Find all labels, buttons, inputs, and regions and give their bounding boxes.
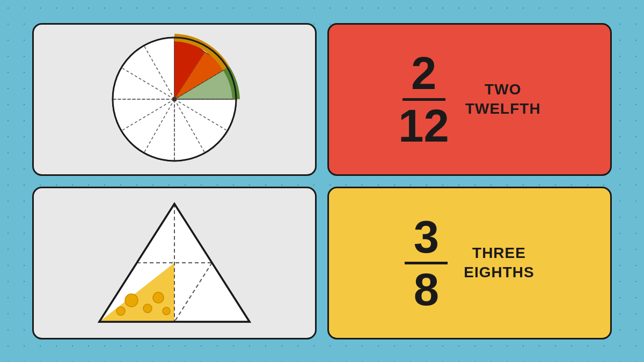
fraction-word-line2: TWELFTH <box>465 100 541 117</box>
fraction-two-twelfth: 2 12 TWO TWELFTH <box>329 25 610 174</box>
three-eighths-card: 3 8 THREE EIGHTHS <box>327 187 612 339</box>
svg-point-19 <box>125 294 138 307</box>
svg-point-22 <box>116 307 125 315</box>
fraction-word-label-2: THREE EIGHTHS <box>464 243 534 283</box>
svg-point-20 <box>143 304 152 313</box>
fraction-number-block-2: 3 8 <box>405 214 448 312</box>
fraction-numerator: 2 <box>411 50 436 96</box>
triangle-svg <box>89 193 260 333</box>
fraction-three-eighths: 3 8 THREE EIGHTHS <box>329 188 610 338</box>
fraction-number-block: 2 12 <box>398 50 449 149</box>
pie-chart-card <box>32 23 317 176</box>
two-twelfth-card: 2 12 TWO TWELFTH <box>327 23 612 176</box>
pie-chart-container <box>34 25 315 174</box>
svg-point-21 <box>153 292 164 303</box>
fraction-numerator-2: 3 <box>414 214 439 260</box>
main-grid: 2 12 TWO TWELFTH <box>27 18 617 345</box>
svg-point-23 <box>163 307 170 315</box>
fraction-word-line1: TWO <box>485 81 521 98</box>
svg-point-16 <box>172 97 177 101</box>
fraction-word-line2-2: EIGHTHS <box>464 264 534 280</box>
fraction-denominator-2: 8 <box>414 267 439 312</box>
fraction-word-line1-2: THREE <box>472 245 526 261</box>
triangle-container <box>34 188 315 338</box>
fraction-word-label: TWO TWELFTH <box>465 80 541 119</box>
triangle-card <box>32 187 317 339</box>
fraction-denominator: 12 <box>398 103 449 149</box>
pie-chart-svg <box>105 29 244 169</box>
